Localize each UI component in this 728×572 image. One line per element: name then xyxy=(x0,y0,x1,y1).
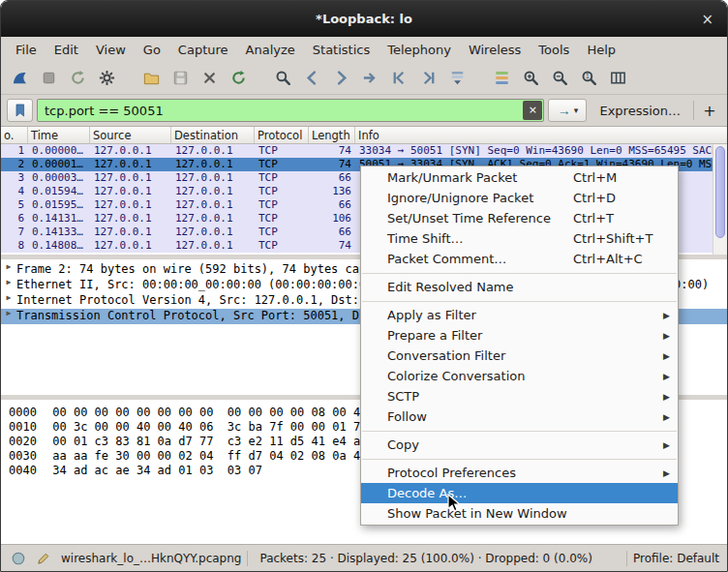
context-menu-item-protocol-preferences[interactable]: Protocol Preferences ▶ xyxy=(361,463,678,483)
menubar-item-view[interactable]: View xyxy=(87,40,135,60)
auto-scroll-button[interactable] xyxy=(443,65,470,91)
context-menu-item-follow[interactable]: Follow ▶ xyxy=(361,406,678,427)
menu-item-shortcut: Ctrl+Alt+C xyxy=(565,252,658,266)
expand-arrow-icon[interactable]: ▶ xyxy=(1,293,16,309)
submenu-arrow-icon: ▶ xyxy=(658,412,670,422)
reload-button[interactable] xyxy=(225,65,252,91)
zoom-reset-button[interactable]: 1 xyxy=(575,65,602,91)
cell-protocol: TCP xyxy=(255,226,309,239)
cell-time: 0.01595… xyxy=(28,198,90,212)
context-menu-item-apply-as-filter[interactable]: Apply as Filter ▶ xyxy=(361,305,678,325)
context-menu-separator: ▶ xyxy=(361,269,678,277)
menubar-item-telephony[interactable]: Telephony xyxy=(379,40,460,60)
column-header-info[interactable]: Info xyxy=(355,127,713,143)
menu-item-shortcut: Ctrl+M xyxy=(565,170,658,185)
filter-apply-button[interactable]: → ▾ xyxy=(548,99,587,122)
filter-clear-button[interactable]: × xyxy=(523,101,542,120)
zoom-in-button[interactable] xyxy=(517,65,544,91)
expand-arrow-icon[interactable]: ▶ xyxy=(1,278,16,293)
menubar-item-go[interactable]: Go xyxy=(135,40,169,60)
context-menu-item-edit-resolved-name[interactable]: Edit Resolved Name ▶ xyxy=(361,277,678,297)
context-menu-item-packet-comment[interactable]: Packet Comment… Ctrl+Alt+C ▶ xyxy=(361,249,678,269)
restart-capture-button[interactable] xyxy=(64,65,91,91)
expression-button[interactable]: Expression… xyxy=(591,104,689,118)
menu-item-label: Show Packet in New Window xyxy=(387,506,567,521)
column-header-destination[interactable]: Destination xyxy=(171,127,255,143)
menubar-item-file[interactable]: File xyxy=(7,40,46,60)
expand-arrow-icon[interactable]: ▶ xyxy=(1,262,16,278)
scrollbar-thumb[interactable] xyxy=(715,146,725,238)
context-menu-item-set-unset-time-reference[interactable]: Set/Unset Time Reference Ctrl+T ▶ xyxy=(361,208,678,228)
display-filter-input[interactable] xyxy=(37,99,544,122)
hex-bytes: 00 00 00 00 00 00 00 00 00 00 00 00 08 0… xyxy=(52,406,367,419)
menubar-item-help[interactable]: Help xyxy=(578,40,624,60)
first-packet-button[interactable] xyxy=(385,65,412,91)
profile-label[interactable]: Profile: Default xyxy=(633,552,719,565)
colorize-button[interactable] xyxy=(488,65,515,91)
menubar-item-capture[interactable]: Capture xyxy=(169,40,237,60)
capture-comment-button[interactable] xyxy=(34,549,53,568)
filter-bookmark-button[interactable] xyxy=(7,99,33,122)
context-menu-item-copy[interactable]: Copy ▶ xyxy=(361,435,678,455)
context-menu-item-conversation-filter[interactable]: Conversation Filter ▶ xyxy=(361,346,678,366)
menu-item-label: Conversation Filter xyxy=(387,348,505,363)
toolbar-group xyxy=(268,65,471,91)
hex-bytes: 00 3c 00 00 40 00 40 06 3c ba 7f 00 00 0… xyxy=(52,420,367,434)
statusbar-separator xyxy=(247,551,248,566)
column-header-o[interactable]: o. xyxy=(1,127,28,143)
open-file-button[interactable] xyxy=(137,65,165,91)
context-menu-item-ignore-unignore-packet[interactable]: Ignore/Unignore Packet Ctrl+D ▶ xyxy=(361,188,678,208)
packet-statistics: Packets: 25 · Displayed: 25 (100.0%) · D… xyxy=(259,552,592,565)
expert-info-button[interactable] xyxy=(9,549,28,568)
context-menu-item-colorize-conversation[interactable]: Colorize Conversation ▶ xyxy=(361,366,678,386)
cell-source: 127.0.0.1 xyxy=(90,198,171,212)
resize-columns-button[interactable] xyxy=(604,65,631,91)
last-packet-button[interactable] xyxy=(414,65,441,91)
packet-list-scrollbar[interactable] xyxy=(713,144,727,255)
resize-columns-icon xyxy=(609,69,627,87)
menubar-item-wireless[interactable]: Wireless xyxy=(460,40,530,60)
find-packet-icon xyxy=(274,69,292,87)
go-back-button[interactable] xyxy=(298,65,325,91)
cell-source: 127.0.0.1 xyxy=(90,171,171,185)
find-packet-button[interactable] xyxy=(269,65,296,91)
go-to-packet-button[interactable] xyxy=(356,65,383,91)
filter-dropdown-icon: ▾ xyxy=(574,105,579,115)
menubar-item-analyze[interactable]: Analyze xyxy=(237,40,304,60)
column-header-length[interactable]: Length xyxy=(309,127,355,143)
capture-options-button[interactable] xyxy=(93,65,120,91)
zoom-out-button[interactable] xyxy=(546,65,573,91)
packet-row-1[interactable]: 1 0.00000… 127.0.0.1 127.0.0.1 TCP 74 33… xyxy=(1,144,713,158)
cell-source: 127.0.0.1 xyxy=(90,158,171,171)
save-file-button[interactable] xyxy=(167,65,194,91)
cell-no: 6 xyxy=(1,212,28,226)
column-header-time[interactable]: Time xyxy=(28,127,90,143)
expand-arrow-icon[interactable]: ▶ xyxy=(1,309,16,324)
titlebar[interactable]: *Loopback: lo × xyxy=(1,1,727,37)
context-menu-item-show-packet-in-new-window[interactable]: Show Packet in New Window ▶ xyxy=(361,503,678,524)
go-forward-button[interactable] xyxy=(327,65,354,91)
cell-time: 0.01594… xyxy=(28,185,90,198)
context-menu: Mark/Unmark Packet Ctrl+M ▶ Ignore/Unign… xyxy=(360,166,679,526)
menu-item-label: Protocol Preferences xyxy=(387,466,516,480)
context-menu-item-mark-unmark-packet[interactable]: Mark/Unmark Packet Ctrl+M ▶ xyxy=(361,167,678,188)
toolbar-group: 1 xyxy=(487,65,632,91)
context-menu-item-sctp[interactable]: SCTP ▶ xyxy=(361,386,678,406)
menubar-item-edit[interactable]: Edit xyxy=(46,40,87,60)
add-filter-button[interactable]: + xyxy=(698,102,721,120)
context-menu-item-decode-as[interactable]: Decode As… ▶ xyxy=(361,483,678,503)
menubar-item-statistics[interactable]: Statistics xyxy=(304,40,379,60)
menu-item-label: Mark/Unmark Packet xyxy=(387,170,517,185)
menubar-item-tools[interactable]: Tools xyxy=(530,40,578,60)
close-button[interactable]: × xyxy=(701,12,713,26)
start-capture-button[interactable] xyxy=(6,65,33,91)
column-header-source[interactable]: Source xyxy=(90,127,171,143)
stop-capture-button[interactable] xyxy=(35,65,62,91)
context-menu-item-prepare-a-filter[interactable]: Prepare a Filter ▶ xyxy=(361,325,678,346)
cell-time: 0.14131… xyxy=(28,212,90,226)
close-file-button[interactable] xyxy=(196,65,223,91)
column-header-protocol[interactable]: Protocol xyxy=(255,127,309,143)
cell-destination: 127.0.0.1 xyxy=(171,226,255,239)
context-menu-item-time-shift[interactable]: Time Shift… Ctrl+Shift+T ▶ xyxy=(361,228,678,249)
submenu-arrow-icon: ▶ xyxy=(658,311,670,320)
